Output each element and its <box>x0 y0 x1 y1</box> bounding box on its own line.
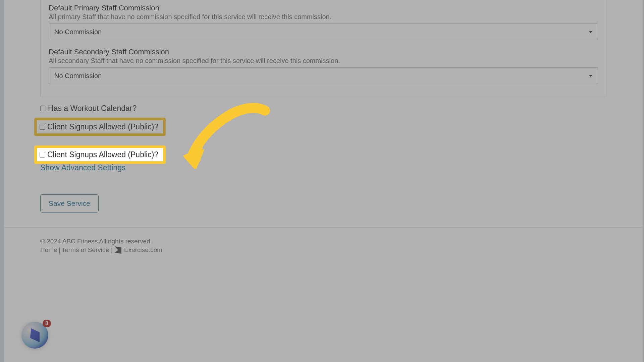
exercise-logo-icon <box>115 246 121 254</box>
chevron-down-icon <box>589 31 592 33</box>
secondary-commission-value: No Commission <box>54 72 102 80</box>
save-service-button[interactable]: Save Service <box>40 194 99 213</box>
primary-commission-group: Default Primary Staff Commission All pri… <box>49 4 598 40</box>
help-widget-button[interactable]: 8 <box>21 322 50 350</box>
footer-terms-link[interactable]: Terms of Service <box>62 246 109 254</box>
workout-calendar-label: Has a Workout Calendar? <box>48 104 137 113</box>
help-widget-badge: 8 <box>43 320 51 327</box>
chevron-down-icon <box>589 75 592 77</box>
secondary-commission-select[interactable]: No Commission <box>49 67 598 84</box>
secondary-commission-group: Default Secondary Staff Commission All s… <box>49 48 598 84</box>
help-widget-inner-icon <box>30 328 40 342</box>
commission-section-card: Default Primary Staff Commission All pri… <box>40 0 606 97</box>
primary-commission-value: No Commission <box>54 28 102 36</box>
page-footer: © 2024 ABC Fitness All rights reserved. … <box>4 227 643 264</box>
client-signups-checkbox[interactable] <box>40 124 45 130</box>
footer-separator: | <box>110 246 112 254</box>
footer-copyright: © 2024 ABC Fitness All rights reserved. <box>40 238 606 245</box>
footer-home-link[interactable]: Home <box>40 246 57 254</box>
client-signups-highlight-wrapper: Client Signups Allowed (Public)? <box>34 118 606 141</box>
secondary-commission-help: All secondary Staff that have no commiss… <box>49 57 598 65</box>
primary-commission-select[interactable]: No Commission <box>49 23 598 40</box>
page-wrapper: Default Primary Staff Commission All pri… <box>4 0 643 362</box>
primary-commission-help: All primary Staff that have no commissio… <box>49 13 598 21</box>
connect-zoom-link[interactable]: Connect Zoom <box>40 149 606 158</box>
primary-commission-label: Default Primary Staff Commission <box>49 4 598 12</box>
workout-calendar-checkbox-row[interactable]: Has a Workout Calendar? <box>40 104 606 113</box>
client-signups-label: Client Signups Allowed (Public)? <box>47 122 158 131</box>
client-signups-checkbox-row[interactable]: Client Signups Allowed (Public)? <box>37 120 163 133</box>
footer-exercise-link[interactable]: Exercise.com <box>124 246 162 254</box>
footer-separator: | <box>59 246 60 254</box>
show-advanced-settings-link[interactable]: Show Advanced Settings <box>40 163 606 172</box>
footer-links: Home | Terms of Service | Exercise.com <box>40 246 606 254</box>
secondary-commission-label: Default Secondary Staff Commission <box>49 48 598 56</box>
workout-calendar-checkbox[interactable] <box>40 106 46 111</box>
form-content: Default Primary Staff Commission All pri… <box>4 0 643 213</box>
